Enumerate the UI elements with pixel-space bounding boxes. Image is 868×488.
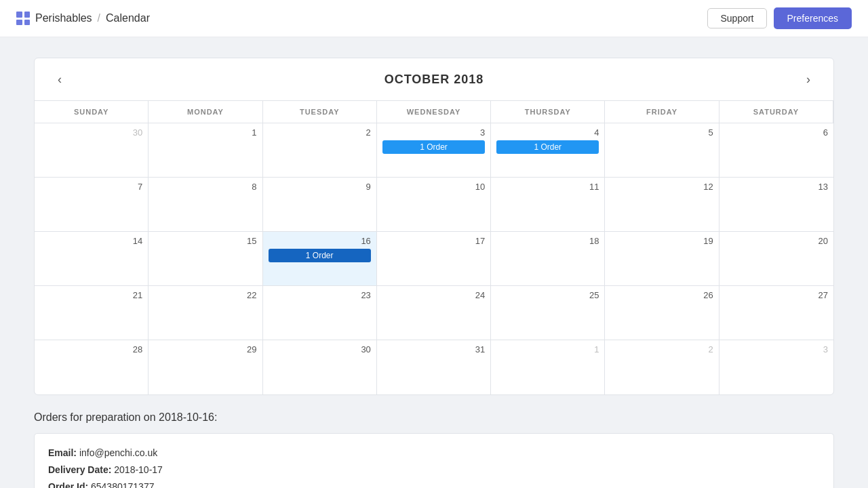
calendar-cell: 2: [605, 340, 719, 394]
preferences-button[interactable]: Preferences: [774, 7, 852, 29]
calendar-date: 30: [269, 344, 371, 354]
app-icon-cell: [24, 20, 31, 26]
calendar-cell[interactable]: 161 Order: [263, 232, 377, 286]
calendar-cell: 15: [149, 232, 262, 286]
day-header: SATURDAY: [719, 101, 833, 123]
calendar-date: 2: [610, 344, 713, 354]
calendar-date: 28: [40, 344, 142, 354]
breadcrumb-separator: /: [98, 12, 100, 24]
header-right: Support Preferences: [707, 7, 852, 29]
calendar-date: 3: [382, 127, 485, 138]
calendar-cell: 23: [263, 286, 377, 340]
calendar-date: 18: [496, 236, 599, 246]
order-id-value: 654380171377: [91, 481, 154, 488]
calendar-date: 27: [725, 290, 828, 300]
calendar-date: 1: [496, 344, 599, 354]
calendar-date: 12: [610, 182, 713, 192]
calendar-cell: 13: [719, 178, 833, 232]
order-badge[interactable]: 1 Order: [496, 140, 599, 154]
calendar-date: 7: [40, 182, 142, 192]
calendar-date: 23: [269, 290, 371, 300]
calendar-cell: 8: [149, 178, 262, 232]
main-content: ‹ OCTOBER 2018 › SUNDAYMONDAYTUESDAYWEDN…: [0, 37, 868, 488]
calendar-date: 30: [40, 127, 142, 138]
calendar-month-title: OCTOBER 2018: [384, 73, 484, 87]
day-header: THURSDAY: [491, 101, 605, 123]
calendar-grid: SUNDAYMONDAYTUESDAYWEDNESDAYTHURSDAYFRID…: [35, 101, 833, 394]
prev-month-button[interactable]: ‹: [51, 70, 68, 88]
day-header: TUESDAY: [263, 101, 377, 123]
day-header: MONDAY: [149, 101, 262, 123]
header-left: Perishables / Calendar: [16, 12, 150, 25]
calendar-cell: 7: [35, 178, 149, 232]
calendar-cell: 29: [149, 340, 262, 394]
calendar-cell[interactable]: 31 Order: [377, 123, 491, 178]
calendar: ‹ OCTOBER 2018 › SUNDAYMONDAYTUESDAYWEDN…: [34, 58, 834, 395]
next-month-button[interactable]: ›: [800, 70, 817, 88]
calendar-cell: 1: [491, 340, 605, 394]
calendar-date: 14: [40, 236, 142, 246]
day-header: FRIDAY: [605, 101, 719, 123]
calendar-date: 17: [382, 236, 485, 246]
day-header: WEDNESDAY: [377, 101, 491, 123]
calendar-date: 24: [382, 290, 485, 300]
calendar-cell: 28: [35, 340, 149, 394]
calendar-cell: 3: [719, 340, 833, 394]
calendar-cell: 20: [719, 232, 833, 286]
orders-section: Orders for preparation on 2018-10-16: Em…: [34, 411, 834, 488]
calendar-date: 31: [382, 344, 485, 354]
email-label: Email:: [48, 447, 79, 458]
calendar-cell: 5: [605, 123, 719, 178]
email-value: info@penchi.co.uk: [79, 447, 157, 458]
calendar-date: 29: [154, 344, 256, 354]
delivery-value: 2018-10-17: [114, 464, 163, 475]
support-button[interactable]: Support: [707, 8, 766, 28]
calendar-cell: 22: [149, 286, 262, 340]
calendar-cell: 11: [491, 178, 605, 232]
calendar-date: 16: [269, 236, 371, 246]
calendar-cell: 27: [719, 286, 833, 340]
calendar-date: 22: [154, 290, 256, 300]
calendar-date: 20: [725, 236, 828, 246]
calendar-cell: 10: [377, 178, 491, 232]
calendar-date: 9: [269, 182, 371, 192]
calendar-date: 10: [382, 182, 485, 192]
calendar-date: 13: [725, 182, 828, 192]
order-id: Order Id: 654380171377: [48, 479, 820, 488]
order-badge[interactable]: 1 Order: [269, 249, 371, 262]
calendar-cell: 1: [149, 123, 262, 178]
app-icon-cell: [16, 20, 22, 26]
calendar-cell: 25: [491, 286, 605, 340]
app-icon-cell: [16, 12, 22, 18]
orders-title: Orders for preparation on 2018-10-16:: [34, 411, 834, 424]
order-delivery: Delivery Date: 2018-10-17: [48, 462, 820, 479]
calendar-date: 8: [154, 182, 256, 192]
calendar-date: 26: [610, 290, 713, 300]
calendar-cell: 18: [491, 232, 605, 286]
order-id-label: Order Id:: [48, 481, 91, 488]
calendar-cell[interactable]: 41 Order: [491, 123, 605, 178]
calendar-cell: 14: [35, 232, 149, 286]
delivery-label: Delivery Date:: [48, 464, 114, 475]
calendar-date: 1: [154, 127, 256, 138]
breadcrumb-app: Perishables: [35, 12, 92, 24]
order-badge[interactable]: 1 Order: [382, 140, 485, 154]
calendar-cell: 19: [605, 232, 719, 286]
calendar-cell: 30: [263, 340, 377, 394]
calendar-cell: 31: [377, 340, 491, 394]
calendar-date: 21: [40, 290, 142, 300]
calendar-cell: 12: [605, 178, 719, 232]
app-icon: [16, 12, 30, 25]
calendar-date: 25: [496, 290, 599, 300]
calendar-date: 6: [725, 127, 828, 138]
calendar-date: 15: [154, 236, 256, 246]
calendar-cell: 26: [605, 286, 719, 340]
calendar-cell: 17: [377, 232, 491, 286]
calendar-cell: 6: [719, 123, 833, 178]
calendar-date: 2: [269, 127, 371, 138]
calendar-cell: 2: [263, 123, 377, 178]
calendar-cell: 24: [377, 286, 491, 340]
calendar-cell: 30: [35, 123, 149, 178]
calendar-header: ‹ OCTOBER 2018 ›: [35, 58, 833, 101]
order-email: Email: info@penchi.co.uk: [48, 445, 820, 462]
